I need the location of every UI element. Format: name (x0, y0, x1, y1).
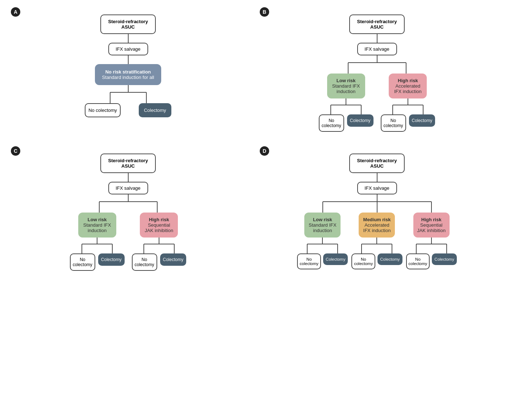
diag-d-fork2a-svg (299, 238, 346, 253)
diag-a-ifx: IFX salvage (108, 43, 148, 55)
diag-d-ifx: IFX salvage (357, 182, 397, 194)
diag-b-low-leaves: Nocolectomy Colectomy (319, 114, 373, 132)
diag-b-high-leaves: Nocolectomy Colectomy (381, 114, 435, 132)
colectomy-a: Colectomy (139, 103, 171, 117)
colectomy-c2: Colectomy (160, 253, 187, 266)
diagram-b: B Steroid-refractoryASUC IFX salvage Low… (256, 7, 498, 132)
diag-c-mid-branches: Low riskStandard IFXinduction Nocolectom… (70, 213, 186, 271)
diag-d-high-leaves: Nocolectomy Colectomy (406, 253, 457, 269)
diag-d-mid-branches: Low riskStandard IFXinduction Nocolectom… (297, 213, 456, 269)
diag-a-fork-svg (96, 85, 161, 103)
diag-c-ifx: IFX salvage (108, 182, 148, 194)
diag-c-low-leaves: Nocolectomy Colectomy (70, 253, 125, 271)
diagram-a-label: A (11, 7, 20, 17)
diagrams-grid: A Steroid-refractoryASUC IFX salvage No … (7, 7, 498, 271)
no-colectomy-b1: Nocolectomy (319, 114, 344, 132)
diagram-d-label: D (260, 146, 269, 156)
diagram-c: C Steroid-refractoryASUC IFX salvage Low… (7, 146, 249, 271)
diag-c-fork2a-svg (72, 238, 122, 253)
diag-d-medium-risk: Medium riskAcceleratedIFX induction (359, 213, 395, 238)
diag-d-fork2c-svg (408, 238, 455, 253)
diag-a-leaf-2: Colectomy (139, 103, 171, 117)
diag-b-top-box: Steroid-refractoryASUC (349, 14, 405, 34)
diag-c-high-leaves: Nocolectomy Colectomy (132, 253, 187, 271)
diag-b-low-risk: Low riskStandard IFXinduction (327, 74, 365, 98)
diag-a-strat: No risk stratification Standard inductio… (95, 64, 162, 85)
diag-a-top-box: Steroid-refractoryASUC (100, 14, 156, 34)
diagram-d: D Steroid-refractoryASUC IFX salvage Low… (256, 146, 498, 271)
diagram-c-label: C (11, 146, 20, 156)
diag-b-fork1-svg (326, 55, 428, 74)
diag-d-low-risk: Low riskStandard IFXinduction (304, 213, 341, 238)
colectomy-d3: Colectomy (432, 253, 456, 265)
diag-d-high-risk: High riskSequentialJAK inhibition (413, 213, 450, 238)
diag-d-fork2b-svg (353, 238, 400, 253)
diag-b-conn1 (377, 34, 377, 43)
colectomy-b1: Colectomy (347, 114, 373, 127)
diag-d-medium-leaves: Nocolectomy Colectomy (351, 253, 402, 269)
diag-c-top-box: Steroid-refractoryASUC (100, 154, 156, 173)
no-colectomy-d1: Nocolectomy (297, 253, 321, 269)
diag-b-ifx: IFX salvage (357, 43, 397, 55)
diagram-a: A Steroid-refractoryASUC IFX salvage No … (7, 7, 249, 132)
diag-c-fork2b-svg (134, 238, 184, 253)
no-colectomy-b2: Nocolectomy (381, 114, 406, 132)
diag-b-mid-branches: Low riskStandard IFXinduction Nocolectom… (319, 74, 435, 132)
diag-b-high-risk: High riskAcceleratedIFX induction (389, 74, 427, 98)
diag-c-conn1 (128, 173, 129, 182)
colectomy-c1: Colectomy (98, 253, 125, 266)
diagram-b-label: B (260, 7, 269, 17)
diag-d-conn1 (377, 173, 377, 182)
diag-a-conn2 (128, 55, 129, 64)
diag-d-top-box: Steroid-refractoryASUC (349, 154, 405, 173)
no-colectomy-d3: Nocolectomy (406, 253, 430, 269)
diag-b-fork2b-svg (383, 98, 433, 114)
diag-d-low-leaves: Nocolectomy Colectomy (297, 253, 348, 269)
no-colectomy-d2: Nocolectomy (351, 253, 375, 269)
no-colectomy-c2: Nocolectomy (132, 253, 157, 271)
diag-c-low-risk: Low riskStandard IFXinduction (78, 213, 116, 238)
colectomy-d2: Colectomy (377, 253, 402, 265)
no-colectomy-a: No colectomy (85, 103, 121, 117)
diag-a-conn1 (128, 34, 129, 43)
diag-b-fork2a-svg (321, 98, 371, 114)
diag-a-leaf-1: No colectomy (85, 103, 121, 117)
diag-c-fork1-svg (78, 194, 179, 213)
colectomy-d1: Colectomy (323, 253, 348, 265)
diag-c-high-risk: High riskSequentialJAK inhibition (140, 213, 178, 238)
diag-a-leaves: No colectomy Colectomy (85, 103, 171, 117)
no-colectomy-c1: Nocolectomy (70, 253, 95, 271)
diag-d-fork1-svg (301, 194, 453, 213)
colectomy-b2: Colectomy (409, 114, 435, 127)
